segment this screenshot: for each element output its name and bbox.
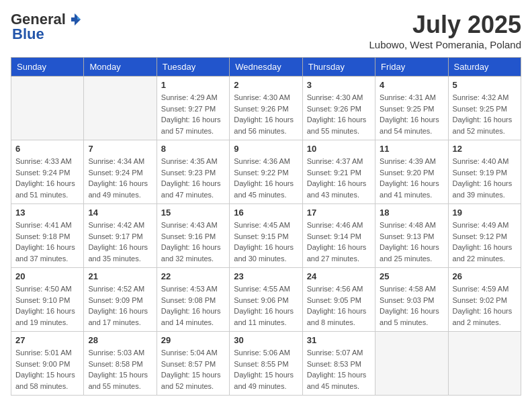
day-number: 22 [161,271,225,281]
day-number: 27 [15,335,79,345]
day-number: 20 [15,271,79,281]
calendar-day-cell [375,332,448,396]
day-info: Sunrise: 4:49 AM Sunset: 9:12 PM Dayligh… [453,220,517,264]
calendar-day-cell: 18Sunrise: 4:48 AM Sunset: 9:13 PM Dayli… [375,204,448,268]
day-number: 17 [307,208,371,218]
day-number: 26 [453,271,517,281]
calendar-week-row: 6Sunrise: 4:33 AM Sunset: 9:24 PM Daylig… [11,140,521,204]
day-info: Sunrise: 5:04 AM Sunset: 8:57 PM Dayligh… [161,347,225,392]
day-info: Sunrise: 5:06 AM Sunset: 8:55 PM Dayligh… [234,347,298,392]
day-info: Sunrise: 4:48 AM Sunset: 9:13 PM Dayligh… [380,220,443,264]
day-of-week-header: Thursday [302,58,375,77]
day-info: Sunrise: 4:33 AM Sunset: 9:24 PM Dayligh… [15,156,79,200]
day-info: Sunrise: 4:34 AM Sunset: 9:24 PM Dayligh… [88,156,152,200]
calendar-day-cell: 21Sunrise: 4:52 AM Sunset: 9:09 PM Dayli… [84,268,157,332]
day-number: 23 [234,271,298,281]
day-number: 24 [307,271,371,281]
calendar-day-cell: 15Sunrise: 4:43 AM Sunset: 9:16 PM Dayli… [157,204,229,268]
calendar-day-cell: 9Sunrise: 4:36 AM Sunset: 9:22 PM Daylig… [230,140,302,204]
day-of-week-header: Wednesday [230,58,302,77]
calendar-day-cell: 17Sunrise: 4:46 AM Sunset: 9:14 PM Dayli… [302,204,375,268]
day-info: Sunrise: 5:07 AM Sunset: 8:53 PM Dayligh… [307,347,371,392]
day-number: 4 [380,80,443,90]
calendar-day-cell: 23Sunrise: 4:55 AM Sunset: 9:06 PM Dayli… [230,268,302,332]
calendar-day-cell: 14Sunrise: 4:42 AM Sunset: 9:17 PM Dayli… [84,204,157,268]
calendar-day-cell: 12Sunrise: 4:40 AM Sunset: 9:19 PM Dayli… [448,140,521,204]
day-info: Sunrise: 4:40 AM Sunset: 9:19 PM Dayligh… [453,156,517,200]
day-number: 30 [234,335,298,345]
day-number: 14 [88,208,152,218]
day-info: Sunrise: 4:55 AM Sunset: 9:06 PM Dayligh… [234,283,298,328]
calendar-day-cell: 25Sunrise: 4:58 AM Sunset: 9:03 PM Dayli… [375,268,448,332]
day-number: 8 [161,144,225,154]
calendar-day-cell: 27Sunrise: 5:01 AM Sunset: 9:00 PM Dayli… [11,332,84,396]
day-number: 11 [380,144,443,154]
day-info: Sunrise: 4:32 AM Sunset: 9:25 PM Dayligh… [453,92,517,136]
day-info: Sunrise: 5:01 AM Sunset: 9:00 PM Dayligh… [15,347,79,392]
day-info: Sunrise: 4:31 AM Sunset: 9:25 PM Dayligh… [380,92,443,136]
day-info: Sunrise: 4:43 AM Sunset: 9:16 PM Dayligh… [161,220,225,264]
calendar-day-cell: 2Sunrise: 4:30 AM Sunset: 9:26 PM Daylig… [230,77,302,140]
day-info: Sunrise: 4:45 AM Sunset: 9:15 PM Dayligh… [234,220,298,264]
day-number: 10 [307,144,371,154]
title-area: July 2025 Lubowo, West Pomerania, Poland [369,11,521,50]
calendar-day-cell: 29Sunrise: 5:04 AM Sunset: 8:57 PM Dayli… [157,332,229,396]
day-number: 3 [307,80,371,90]
day-info: Sunrise: 4:41 AM Sunset: 9:18 PM Dayligh… [15,220,79,264]
calendar-table: SundayMondayTuesdayWednesdayThursdayFrid… [11,57,521,396]
day-info: Sunrise: 4:46 AM Sunset: 9:14 PM Dayligh… [307,220,371,264]
calendar-day-cell: 7Sunrise: 4:34 AM Sunset: 9:24 PM Daylig… [84,140,157,204]
calendar-day-cell: 16Sunrise: 4:45 AM Sunset: 9:15 PM Dayli… [230,204,302,268]
calendar-day-cell: 4Sunrise: 4:31 AM Sunset: 9:25 PM Daylig… [375,77,448,140]
calendar-week-row: 20Sunrise: 4:50 AM Sunset: 9:10 PM Dayli… [11,268,521,332]
day-number: 7 [88,144,152,154]
day-number: 31 [307,335,371,345]
day-number: 5 [453,80,517,90]
day-number: 25 [380,271,443,281]
day-number: 28 [88,335,152,345]
day-info: Sunrise: 4:58 AM Sunset: 9:03 PM Dayligh… [380,283,443,328]
calendar-day-cell: 28Sunrise: 5:03 AM Sunset: 8:58 PM Dayli… [84,332,157,396]
calendar-day-cell [84,77,157,140]
day-of-week-header: Friday [375,58,448,77]
calendar-day-cell: 11Sunrise: 4:39 AM Sunset: 9:20 PM Dayli… [375,140,448,204]
day-info: Sunrise: 4:30 AM Sunset: 9:26 PM Dayligh… [307,92,371,136]
day-info: Sunrise: 4:39 AM Sunset: 9:20 PM Dayligh… [380,156,443,200]
calendar-day-cell: 13Sunrise: 4:41 AM Sunset: 9:18 PM Dayli… [11,204,84,268]
logo: General Blue [11,11,82,43]
calendar-day-cell: 31Sunrise: 5:07 AM Sunset: 8:53 PM Dayli… [302,332,375,396]
calendar-day-cell: 24Sunrise: 4:56 AM Sunset: 9:05 PM Dayli… [302,268,375,332]
calendar-day-cell: 20Sunrise: 4:50 AM Sunset: 9:10 PM Dayli… [11,268,84,332]
day-info: Sunrise: 4:50 AM Sunset: 9:10 PM Dayligh… [15,283,79,328]
calendar-week-row: 27Sunrise: 5:01 AM Sunset: 9:00 PM Dayli… [11,332,521,396]
day-info: Sunrise: 4:36 AM Sunset: 9:22 PM Dayligh… [234,156,298,200]
day-number: 18 [380,208,443,218]
day-number: 12 [453,144,517,154]
day-info: Sunrise: 4:30 AM Sunset: 9:26 PM Dayligh… [234,92,298,136]
day-info: Sunrise: 4:29 AM Sunset: 9:27 PM Dayligh… [161,92,225,136]
calendar-week-row: 13Sunrise: 4:41 AM Sunset: 9:18 PM Dayli… [11,204,521,268]
day-of-week-header: Monday [84,58,157,77]
logo-icon [67,12,82,27]
calendar-day-cell: 26Sunrise: 4:59 AM Sunset: 9:02 PM Dayli… [448,268,521,332]
day-info: Sunrise: 4:53 AM Sunset: 9:08 PM Dayligh… [161,283,225,328]
header: General Blue July 2025 Lubowo, West Pome… [11,11,521,50]
day-number: 19 [453,208,517,218]
day-number: 6 [15,144,79,154]
calendar-day-cell [11,77,84,140]
month-title: July 2025 [369,11,521,39]
calendar-day-cell: 22Sunrise: 4:53 AM Sunset: 9:08 PM Dayli… [157,268,229,332]
day-info: Sunrise: 4:35 AM Sunset: 9:23 PM Dayligh… [161,156,225,200]
day-number: 2 [234,80,298,90]
calendar-day-cell: 3Sunrise: 4:30 AM Sunset: 9:26 PM Daylig… [302,77,375,140]
calendar-day-cell [448,332,521,396]
calendar-day-cell: 10Sunrise: 4:37 AM Sunset: 9:21 PM Dayli… [302,140,375,204]
day-number: 21 [88,271,152,281]
day-info: Sunrise: 4:59 AM Sunset: 9:02 PM Dayligh… [453,283,517,328]
day-of-week-header: Tuesday [157,58,229,77]
calendar-header-row: SundayMondayTuesdayWednesdayThursdayFrid… [11,58,521,77]
day-number: 9 [234,144,298,154]
logo-blue-text: Blue [12,26,44,43]
calendar-day-cell: 8Sunrise: 4:35 AM Sunset: 9:23 PM Daylig… [157,140,229,204]
day-number: 16 [234,208,298,218]
